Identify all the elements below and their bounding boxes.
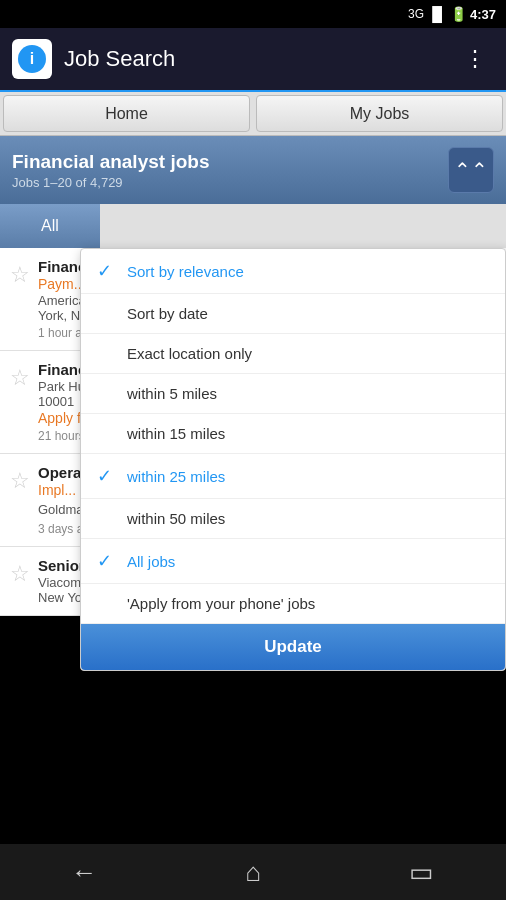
filter-bar: All [0,204,506,248]
dropdown-item-exact-location[interactable]: Exact location only [81,334,505,374]
signal-icon: 3G [408,7,424,21]
search-header-text: Financial analyst jobs Jobs 1–20 of 4,72… [12,151,209,190]
search-title: Financial analyst jobs [12,151,209,173]
back-icon: ← [71,857,97,888]
home-button[interactable]: ⌂ [223,852,283,892]
content-area: All ✓ Sort by relevance Sort by date Exa… [0,204,506,616]
dropdown-item-apply-phone[interactable]: 'Apply from your phone' jobs [81,584,505,624]
star-icon[interactable]: ☆ [10,365,30,391]
clock: 4:37 [470,7,496,22]
dropdown-item-sort-date[interactable]: Sort by date [81,294,505,334]
tab-myjobs[interactable]: My Jobs [256,95,503,132]
app-header: i Job Search ⋮ [0,28,506,92]
app-logo: i [12,39,52,79]
search-subtitle: Jobs 1–20 of 4,729 [12,175,209,190]
checkmark-icon: ✓ [97,465,117,487]
chevron-up-icon: ⌃⌃ [454,158,488,182]
status-icons: 3G ▐▌ 🔋 4:37 [408,6,496,22]
battery-icon: 🔋 [450,6,467,22]
recents-icon: ▭ [409,857,434,888]
dropdown-item-within-15[interactable]: within 15 miles [81,414,505,454]
sort-filter-dropdown: ✓ Sort by relevance Sort by date Exact l… [80,248,506,671]
checkmark-icon: ✓ [97,260,117,282]
status-bar: 3G ▐▌ 🔋 4:37 [0,0,506,28]
home-icon: ⌂ [245,857,261,888]
overflow-menu-button[interactable]: ⋮ [456,38,494,80]
dropdown-item-all-jobs[interactable]: ✓ All jobs [81,539,505,584]
checkmark-icon: ✓ [97,550,117,572]
app-logo-inner: i [18,45,46,73]
search-header: Financial analyst jobs Jobs 1–20 of 4,72… [0,136,506,204]
logo-letter: i [30,50,34,68]
dropdown-item-within-5[interactable]: within 5 miles [81,374,505,414]
nav-tabs: Home My Jobs [0,92,506,136]
back-button[interactable]: ← [54,852,114,892]
star-icon[interactable]: ☆ [10,561,30,587]
star-icon[interactable]: ☆ [10,468,30,494]
dropdown-item-within-50[interactable]: within 50 miles [81,499,505,539]
update-button[interactable]: Update [81,624,505,670]
bottom-nav: ← ⌂ ▭ [0,844,506,900]
dropdown-item-within-25[interactable]: ✓ within 25 miles [81,454,505,499]
wifi-bars: ▐▌ [427,6,447,22]
app-title: Job Search [64,46,456,72]
recents-button[interactable]: ▭ [392,852,452,892]
star-icon[interactable]: ☆ [10,262,30,288]
dropdown-item-sort-relevance[interactable]: ✓ Sort by relevance [81,249,505,294]
filter-all-button[interactable]: All [0,204,100,248]
collapse-button[interactable]: ⌃⌃ [448,147,494,193]
tab-home[interactable]: Home [3,95,250,132]
